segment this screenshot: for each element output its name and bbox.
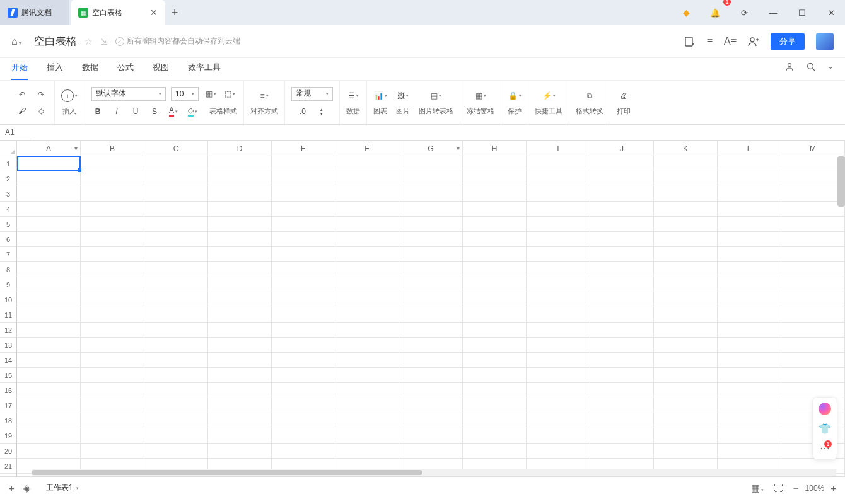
italic-button[interactable]: I xyxy=(110,105,124,118)
cell[interactable] xyxy=(654,307,718,323)
cell[interactable] xyxy=(17,232,81,247)
cell[interactable] xyxy=(463,217,527,232)
cell[interactable] xyxy=(718,444,781,459)
cell[interactable] xyxy=(463,323,527,338)
cell[interactable] xyxy=(208,398,272,413)
cell[interactable] xyxy=(144,428,208,444)
cell[interactable] xyxy=(590,262,654,277)
cell[interactable] xyxy=(718,368,781,383)
zoom-level[interactable]: 100% xyxy=(805,484,825,493)
cell[interactable] xyxy=(81,232,144,247)
row-header[interactable]: 3 xyxy=(0,186,17,202)
cell[interactable] xyxy=(527,338,590,353)
cell[interactable] xyxy=(463,338,527,353)
cell[interactable] xyxy=(335,171,399,186)
cell[interactable] xyxy=(208,292,272,307)
col-header-I[interactable]: I xyxy=(527,141,590,156)
row-header[interactable]: 15 xyxy=(0,368,17,383)
cell[interactable] xyxy=(144,217,208,232)
row-header[interactable]: 1 xyxy=(0,156,17,171)
undo-button[interactable]: ↶ xyxy=(15,88,29,101)
zoom-out-button[interactable]: − xyxy=(793,483,799,493)
cell[interactable] xyxy=(590,247,654,262)
decimal-stepper[interactable]: ▴▾ xyxy=(315,105,329,118)
cell[interactable] xyxy=(335,292,399,307)
row-header[interactable]: 7 xyxy=(0,247,17,262)
cell[interactable] xyxy=(654,323,718,338)
cell[interactable] xyxy=(718,383,781,398)
cell[interactable] xyxy=(399,171,463,186)
cell[interactable] xyxy=(399,277,463,292)
cell[interactable] xyxy=(144,186,208,202)
cell[interactable] xyxy=(718,398,781,413)
share-button[interactable]: 分享 xyxy=(771,33,805,50)
cell[interactable] xyxy=(527,186,590,202)
cell[interactable] xyxy=(527,247,590,262)
col-header-K[interactable]: K xyxy=(654,141,718,156)
cell[interactable] xyxy=(718,413,781,428)
row-header[interactable]: 4 xyxy=(0,202,17,217)
cell[interactable] xyxy=(463,277,527,292)
cell[interactable] xyxy=(81,171,144,186)
cell[interactable] xyxy=(208,171,272,186)
cell[interactable] xyxy=(272,156,335,171)
cell[interactable] xyxy=(654,262,718,277)
cell[interactable] xyxy=(463,398,527,413)
cell[interactable] xyxy=(781,338,845,353)
image-button[interactable]: 🖼▾ xyxy=(396,89,410,103)
cell[interactable] xyxy=(335,247,399,262)
cell[interactable] xyxy=(463,383,527,398)
list-icon[interactable]: ≡ xyxy=(707,36,713,47)
quick-tools-button[interactable]: ⚡▾ xyxy=(542,89,556,103)
cell[interactable] xyxy=(781,353,845,368)
cell[interactable] xyxy=(272,353,335,368)
cell[interactable] xyxy=(17,413,81,428)
cell[interactable] xyxy=(654,186,718,202)
cell[interactable] xyxy=(208,277,272,292)
cell[interactable] xyxy=(208,217,272,232)
cell[interactable] xyxy=(463,232,527,247)
cell[interactable] xyxy=(17,353,81,368)
cell[interactable] xyxy=(272,398,335,413)
name-box[interactable]: A1 xyxy=(0,125,32,140)
cell[interactable] xyxy=(781,262,845,277)
zoom-in-button[interactable]: + xyxy=(830,483,836,493)
cell[interactable] xyxy=(527,353,590,368)
menu-公式[interactable]: 公式 xyxy=(117,58,134,80)
app-tab[interactable]: 腾讯文档 xyxy=(0,0,69,25)
cell[interactable] xyxy=(527,307,590,323)
cell[interactable] xyxy=(463,156,527,171)
sheets-list-button[interactable]: ◈ xyxy=(23,483,31,494)
cell[interactable] xyxy=(781,292,845,307)
cell[interactable] xyxy=(335,202,399,217)
cell[interactable] xyxy=(527,262,590,277)
cell[interactable] xyxy=(17,444,81,459)
cell[interactable] xyxy=(718,202,781,217)
data-tools-button[interactable]: ☰▾ xyxy=(346,89,360,103)
ai-assistant-icon[interactable] xyxy=(819,403,831,415)
cell[interactable] xyxy=(590,323,654,338)
cell[interactable] xyxy=(590,338,654,353)
cell[interactable] xyxy=(399,323,463,338)
minimize-button[interactable]: — xyxy=(759,0,787,25)
cell[interactable] xyxy=(718,217,781,232)
cell[interactable] xyxy=(272,428,335,444)
cell[interactable] xyxy=(654,444,718,459)
cell[interactable] xyxy=(463,262,527,277)
format-painter-button[interactable]: 🖌 xyxy=(15,104,29,118)
cell[interactable] xyxy=(144,368,208,383)
cell[interactable] xyxy=(590,156,654,171)
menu-数据[interactable]: 数据 xyxy=(82,58,98,80)
cell[interactable] xyxy=(527,292,590,307)
cell[interactable] xyxy=(654,338,718,353)
cell[interactable] xyxy=(654,277,718,292)
col-header-M[interactable]: M xyxy=(781,141,845,156)
row-header[interactable]: 22 xyxy=(0,474,17,476)
row-header[interactable]: 5 xyxy=(0,217,17,232)
cell[interactable] xyxy=(17,338,81,353)
cell[interactable] xyxy=(17,323,81,338)
freeze-button[interactable]: ▦▾ xyxy=(474,89,487,103)
avatar[interactable] xyxy=(816,33,834,50)
cell[interactable] xyxy=(81,262,144,277)
row-header[interactable]: 13 xyxy=(0,338,17,353)
